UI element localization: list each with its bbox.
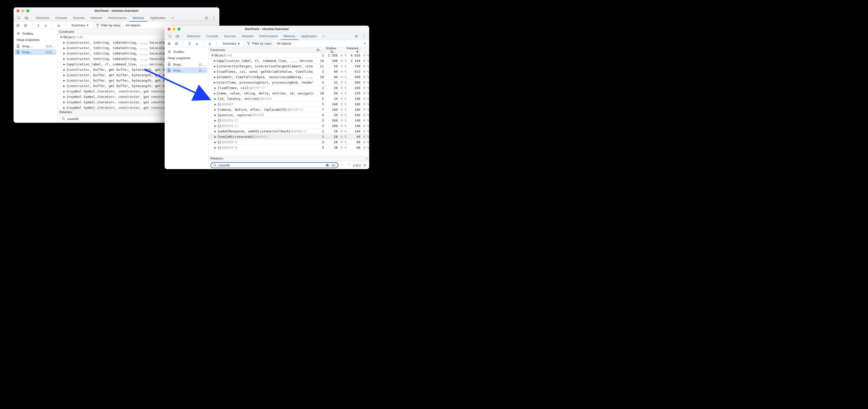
object-row[interactable]: ▶{} @464553280 %680 % <box>209 145 369 150</box>
tab-elements[interactable]: Elements <box>33 14 52 22</box>
tab-memory[interactable]: Memory <box>281 33 298 40</box>
snapshot-item[interactable]: Snap…(1.6… <box>14 49 56 55</box>
snapshot-item[interactable]: Snap…(1.6… <box>14 43 56 49</box>
tab-application[interactable]: Application <box>298 33 320 40</box>
profiles-button[interactable]: Profiles <box>14 31 56 36</box>
close-window-button[interactable] <box>167 28 170 31</box>
svg-point-4 <box>214 17 214 17</box>
minimize-window-button[interactable] <box>173 28 176 31</box>
devtools-window-right: DevTools - chrome://version/ ElementsCon… <box>165 26 369 169</box>
device-toggle-icon[interactable] <box>175 34 180 39</box>
object-row[interactable]: ▶{name, value, rating, delta, entries, i… <box>209 91 369 96</box>
tab-elements[interactable]: Elements <box>184 33 203 40</box>
object-rows: ▼Object ×4521 5560 %6 6160 %▶{applicatio… <box>209 53 369 156</box>
object-group-row[interactable]: ▼Object ×4521 5560 %6 6160 % <box>209 53 369 58</box>
object-row[interactable]: ▶{id, latency, entries} @623455240 %1960… <box>209 96 369 101</box>
retainers-menu-icon[interactable]: ≡ <box>366 157 368 160</box>
prev-match-button[interactable]: ˄ <box>340 163 345 168</box>
tab-sources[interactable]: Sources <box>70 14 88 22</box>
distance-header[interactable]: Di… <box>313 48 324 52</box>
clear-icon[interactable] <box>23 23 28 28</box>
tab-network[interactable]: Network <box>239 33 256 40</box>
gear-icon[interactable] <box>204 16 209 21</box>
snapshot-item[interactable]: Snap…(1.… <box>166 61 207 67</box>
object-row[interactable]: ▶{webUIResponse, webUIListenerCallback} … <box>209 129 369 134</box>
snapshot-label: Snap… <box>22 50 44 54</box>
svg-point-40 <box>214 164 216 166</box>
maximize-window-button[interactable] <box>26 9 29 12</box>
object-row[interactable]: ▶{loadTimes, csi} @497072280 %2600 % <box>209 85 369 91</box>
overflow-tabs-button[interactable]: » <box>168 14 176 22</box>
svg-point-5 <box>214 18 214 18</box>
tab-network[interactable]: Network <box>88 14 105 22</box>
gear-icon[interactable] <box>354 34 359 39</box>
tab-console[interactable]: Console <box>203 33 221 40</box>
maximize-window-button[interactable] <box>178 28 180 31</box>
constructor-header[interactable]: Constructor <box>209 48 313 52</box>
profiles-button[interactable]: Profiles <box>166 49 207 55</box>
object-row[interactable]: ▶{interactionTarget, interactionTargetEl… <box>209 64 369 69</box>
snapshot-size: (1.… <box>199 68 206 72</box>
filter-input[interactable]: Filter by class <box>244 41 274 46</box>
memory-strip-icon <box>262 87 265 89</box>
tab-memory[interactable]: Memory <box>130 14 147 22</box>
clear-icon[interactable] <box>174 41 179 46</box>
minimize-window-button[interactable] <box>22 9 24 12</box>
tab-sources[interactable]: Sources <box>221 33 239 40</box>
record-icon[interactable] <box>166 41 172 46</box>
retained-size-header[interactable]: Retained…▼ <box>346 47 360 54</box>
upload-icon[interactable] <box>36 23 41 28</box>
tab-application[interactable]: Application <box>147 14 169 22</box>
svg-line-41 <box>215 166 216 167</box>
object-row[interactable]: ▶{} @5354131080 %1480 % <box>209 123 369 129</box>
more-vertical-icon[interactable] <box>361 34 366 39</box>
window-title: DevTools - chrome://version/ <box>95 9 138 12</box>
object-row[interactable]: ▶{} @3425331080 %1480 % <box>209 118 369 123</box>
object-row[interactable]: ▶{} @4266351400 %1800 % <box>209 101 369 107</box>
summary-dropdown[interactable]: Summary▾ <box>221 41 242 46</box>
record-icon[interactable] <box>16 23 21 28</box>
filter-input[interactable]: Filter by class <box>93 23 123 28</box>
objects-dropdown[interactable]: All objects <box>277 42 291 46</box>
object-row[interactable]: ▶{nowInMicroseconds} @620393280 %960 % <box>209 134 369 140</box>
close-window-button[interactable] <box>17 9 20 12</box>
next-match-button[interactable]: ˅ <box>346 163 351 168</box>
clear-circle-icon[interactable] <box>325 163 329 167</box>
more-vertical-icon[interactable] <box>212 16 216 21</box>
panel-tabs: ElementsConsoleSourcesNetworkPerformance… <box>13 14 219 22</box>
svg-point-6 <box>214 19 214 19</box>
objects-dropdown[interactable]: All objects <box>126 23 140 27</box>
download-icon[interactable] <box>194 41 199 46</box>
upload-icon[interactable] <box>187 41 192 46</box>
object-row[interactable]: ▶{element, timeToFirstByte, resourceLoad… <box>209 75 369 80</box>
shallow-size-header[interactable]: Shallow Si… <box>324 47 338 54</box>
select-element-icon[interactable] <box>167 34 173 39</box>
select-element-icon[interactable] <box>17 16 22 21</box>
search-input[interactable]: nowInM Aa <box>211 162 338 168</box>
summary-dropdown[interactable]: Summary▾ <box>69 23 90 28</box>
tab-console[interactable]: Console <box>52 14 70 22</box>
tab-performance[interactable]: Performance <box>256 33 280 40</box>
object-row[interactable]: ▶{remove, before, after, replaceWith} @6… <box>209 107 369 112</box>
chevron-down-icon[interactable]: ▾ <box>362 41 367 46</box>
snapshot-size: (1.… <box>199 63 206 66</box>
snapshot-size: (1.6… <box>46 50 55 54</box>
broom-icon[interactable] <box>56 23 61 28</box>
tab-performance[interactable]: Performance <box>105 14 129 22</box>
object-row[interactable]: ▶{} @383993280 %680 % <box>209 140 369 145</box>
snapshot-item[interactable]: Snap…(1.… <box>166 67 207 73</box>
match-case-toggle[interactable]: Aa <box>331 164 336 167</box>
svg-line-20 <box>64 119 65 120</box>
broom-icon[interactable] <box>208 41 212 46</box>
heap-snapshots-heading: Heap snapshots <box>166 55 207 61</box>
object-row[interactable]: ▶{application_label, cl, command_line, .… <box>209 58 369 64</box>
svg-point-27 <box>364 37 364 37</box>
download-icon[interactable] <box>43 23 48 28</box>
device-toggle-icon[interactable] <box>24 16 29 21</box>
object-row[interactable]: ▶{loadTimes, csi, send, getVariableValue… <box>209 69 369 75</box>
object-row[interactable]: ▶{passive, capture} @622934200 %1600 % <box>209 112 369 118</box>
traffic-lights <box>167 28 180 31</box>
object-row[interactable]: ▶{startTime, processingStart, processing… <box>209 80 369 85</box>
close-search-button[interactable]: ✕ <box>362 163 367 168</box>
overflow-tabs-button[interactable]: » <box>320 33 327 40</box>
